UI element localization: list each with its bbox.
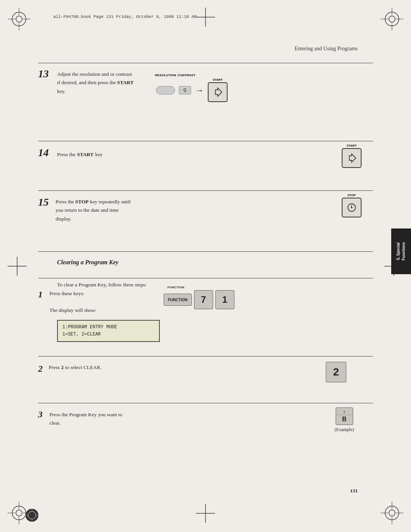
function-keys-row: FUNCTION 7 1 — [164, 290, 234, 309]
svg-marker-39 — [349, 154, 356, 162]
page: all-F04700.book Page 131 Friday, October… — [0, 0, 411, 532]
page-number: 131 — [350, 488, 358, 494]
clearing-intro: To clear a Program Key, follow these ste… — [57, 282, 147, 288]
step-c1-container: 1 Press these keys: The display will sho… — [38, 289, 96, 313]
arrow-icon: → — [195, 85, 204, 96]
hr-after-14 — [38, 190, 373, 191]
svg-point-13 — [16, 510, 22, 516]
step-c2-container: 2 Press 2 to select CLEAR. — [38, 364, 102, 374]
key-b-top: 2 — [336, 410, 353, 415]
step13-number: 13 — [38, 68, 49, 80]
key-b-main: B — [342, 415, 347, 423]
crosshair-bottom — [196, 504, 215, 524]
stop-label: STOP — [347, 193, 356, 197]
step-c2-post: to select CLEAR. — [65, 364, 102, 370]
key-2-label: 2 — [333, 366, 339, 378]
clearing-title: Clearing a Program Key — [57, 259, 118, 266]
stop-key-group: STOP — [342, 193, 362, 217]
step14-container: 14 Press the START key — [38, 147, 102, 159]
step-c3-text-block: Press the Program Key you want to clear. — [49, 411, 122, 428]
step-c1-display-text: The display will show: — [49, 307, 96, 313]
step15-pre: Press the — [56, 199, 74, 204]
key-7-label: 7 — [201, 294, 206, 305]
svg-point-19 — [389, 510, 395, 516]
step-c1-text-block: Press these keys: The display will show: — [49, 291, 96, 313]
hr-after-c2 — [38, 403, 373, 403]
contrast-label: CONTRAST — [178, 73, 196, 77]
step14-text-pre: Press the — [57, 152, 75, 157]
step-c2-bold: 2 — [61, 364, 64, 370]
resolution-label: RESOLUTION — [155, 73, 176, 77]
key-2-btn: 2 — [326, 362, 346, 382]
resolution-key — [156, 86, 175, 94]
step15-number: 15 — [38, 196, 49, 208]
svg-point-7 — [389, 16, 395, 22]
side-tab: 5. Special Functions — [391, 228, 411, 274]
function-label: FUNCTION — [167, 286, 185, 289]
step15-line1: Press the STOP key repeatedly until — [56, 198, 131, 206]
start-key-group-13: START — [208, 78, 228, 102]
example-text: (Example) — [335, 427, 354, 433]
side-tab-text: 5. Special Functions — [396, 242, 406, 260]
step-c1-text: Press these keys: — [49, 291, 96, 297]
contrast-q: Q — [183, 88, 186, 92]
contrast-group: CONTRAST — [180, 73, 193, 77]
reg-mark-bottom-right — [381, 502, 403, 524]
svg-point-42 — [351, 207, 352, 208]
key-b-area: 2 B (Example) — [335, 407, 354, 433]
svg-marker-38 — [215, 88, 222, 96]
hr-after-c1 — [38, 356, 373, 356]
step-c2-number: 2 — [38, 364, 43, 374]
step15-text-block: Press the STOP key repeatedly until you … — [56, 198, 131, 223]
contrast-key-wrapper: Q — [179, 86, 191, 94]
page-header-title: Entering and Using Programs — [295, 46, 358, 52]
step14-bold: START — [77, 152, 94, 157]
step13-text-block: Adjust the resolution and or contrast if… — [57, 70, 134, 96]
step15-line1-end: key repeatedly until — [90, 199, 131, 204]
stop-key-btn — [342, 198, 362, 217]
side-tab-line2: Functions — [401, 242, 406, 260]
step-c3-container: 3 Press the Program Key you want to clea… — [38, 409, 122, 428]
start-key-group-14: START — [342, 144, 362, 168]
step-c3-line1: Press the Program Key you want to — [49, 411, 122, 419]
function-key-label: FUNCTION — [168, 298, 188, 302]
step13-keys-row: Q → START — [156, 78, 228, 102]
key-7: 7 — [194, 290, 213, 309]
hr-after-13 — [38, 141, 373, 141]
crosshair-top — [196, 8, 215, 28]
hr-after-15 — [38, 251, 373, 252]
start-key-btn-13 — [208, 82, 228, 102]
step13-text-pre: if desired, and then press the — [57, 80, 116, 85]
start-label-13: START — [213, 78, 223, 81]
step-c3-number: 3 — [38, 409, 43, 419]
lcd-line2: 1=SET, 2=CLEAR — [62, 331, 155, 338]
step14-number: 14 — [38, 147, 49, 158]
hr-after-clearing — [38, 278, 373, 278]
step13-line1: Adjust the resolution and or contrast — [57, 70, 134, 78]
step15-line2: you return to the date and time — [56, 206, 131, 214]
side-tab-line1: 5. Special — [396, 243, 400, 260]
resolution-group: RESOLUTION — [156, 73, 175, 77]
step15-container: 15 Press the STOP key repeatedly until y… — [38, 196, 131, 223]
lcd-line1: 1:PROGRAM ENTRY MODE — [62, 324, 155, 331]
key-1-label: 1 — [222, 294, 227, 305]
contrast-key: Q — [179, 86, 191, 94]
step13-line3: key. — [57, 87, 134, 96]
step13-container: 13 Adjust the resolution and or contrast… — [38, 68, 134, 96]
key-b-btn: 2 B — [336, 407, 353, 425]
start-label-14: START — [347, 144, 357, 147]
step15-line3: display. — [56, 215, 131, 223]
lcd-display: 1:PROGRAM ENTRY MODE 1=SET, 2=CLEAR — [57, 320, 160, 342]
function-key: FUNCTION — [164, 294, 192, 306]
reg-mark-top-left — [8, 8, 30, 30]
step13-bold: START — [117, 80, 134, 85]
step13-key-labels-row: RESOLUTION CONTRAST — [156, 73, 193, 77]
step-c3-line2: clear. — [49, 419, 122, 427]
reg-mark-top-right — [381, 8, 403, 30]
svg-point-1 — [16, 16, 22, 22]
step-c1-number: 1 — [38, 289, 43, 299]
crosshair-left — [8, 257, 27, 276]
step15-bold: STOP — [75, 199, 89, 204]
step-c2-pre: Press — [49, 364, 60, 370]
step14-text-post: key — [95, 152, 103, 157]
